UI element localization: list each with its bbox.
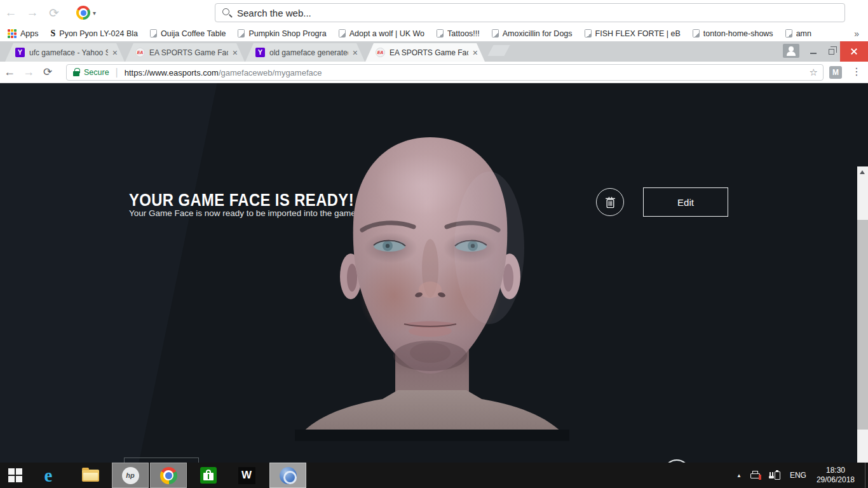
chrome-logo-core	[81, 10, 86, 16]
bookmark-item[interactable]: Pumpkin Shop Progra	[238, 29, 326, 38]
bookmark-item[interactable]: Adopt a wolf | UK Wo	[339, 29, 424, 38]
reload-button[interactable]: ⟳	[38, 65, 57, 79]
page-icon	[437, 29, 444, 37]
chrome-logo-icon[interactable]	[76, 6, 90, 20]
bookmark-label: Amoxicillin for Dogs	[503, 29, 573, 38]
bookmark-item[interactable]: S Pyon Pyon LY-024 Bla	[51, 29, 139, 39]
tray-expand-icon[interactable]: ▲	[736, 473, 742, 478]
bookmark-item[interactable]: amn	[785, 29, 811, 38]
bookmark-item[interactable]: Tattoos!!!	[437, 29, 480, 38]
page-icon	[492, 29, 499, 37]
clock[interactable]: 18:30 29/06/2018	[817, 466, 855, 485]
chrome-icon	[160, 467, 177, 484]
bookmark-item[interactable]: Amoxicillin for Dogs	[492, 29, 573, 38]
apps-grid-icon	[8, 29, 17, 38]
close-tab-icon[interactable]: ×	[111, 48, 119, 58]
date: 29/06/2018	[817, 475, 855, 484]
extension-m-icon[interactable]: M	[829, 66, 842, 79]
power-battery-icon[interactable]	[770, 470, 781, 480]
omnibox[interactable]: Secure | https://www.easports.com /gamef…	[66, 64, 824, 81]
omnibox-separator: |	[116, 67, 118, 78]
secure-label: Secure	[84, 68, 109, 77]
toolbar-forward-icon[interactable]: →	[22, 6, 43, 20]
new-tab-button[interactable]	[487, 45, 510, 56]
url-domain: https://www.easports.com	[125, 68, 219, 78]
edit-button[interactable]: Edit	[643, 187, 728, 217]
bookmark-item[interactable]: Ouija Coffee Table	[150, 29, 226, 38]
store-bag-icon	[200, 467, 217, 484]
printer-tray-icon[interactable]	[750, 471, 761, 480]
close-window-button[interactable]	[840, 41, 868, 62]
bookmark-star-icon[interactable]: ☆	[810, 67, 818, 78]
taskbar-chrome[interactable]	[150, 463, 187, 488]
search-toolbar: ← → ⟳ ▾	[0, 0, 868, 25]
w-app-icon: W	[238, 467, 255, 484]
close-icon	[850, 48, 858, 55]
tab-title: ufc gameface - Yahoo Se	[29, 48, 108, 57]
chromium-icon	[280, 467, 297, 484]
tab-title: EA SPORTS Game Face -	[390, 48, 468, 57]
search-icon	[222, 8, 229, 15]
start-button[interactable]	[0, 463, 31, 488]
windows-logo-icon	[8, 468, 22, 482]
apps-shortcut[interactable]: Apps	[8, 29, 39, 38]
back-button[interactable]: ←	[0, 65, 19, 79]
ea-favicon-icon: EA	[376, 48, 385, 57]
minimize-button[interactable]	[804, 41, 822, 62]
bookmark-item[interactable]: tonton-home-shows	[693, 29, 773, 38]
tab-ea-game-face-active[interactable]: EA EA SPORTS Game Face - ×	[365, 43, 485, 62]
tab-title: old gameface generated	[269, 48, 348, 57]
taskbar-file-explorer[interactable]	[74, 463, 107, 488]
bookmark-label: Adopt a wolf | UK Wo	[349, 29, 424, 38]
windows-taskbar: e hp W ▲ ENG 18:30 29/06/2018	[0, 463, 868, 488]
scrollbar-thumb[interactable]	[857, 220, 868, 430]
web-search-box[interactable]	[215, 3, 845, 22]
taskbar-microsoft-store[interactable]	[192, 463, 225, 488]
profile-avatar-icon[interactable]	[783, 44, 799, 58]
taskbar-hp-app[interactable]: hp	[112, 463, 149, 488]
delete-gameface-button[interactable]	[596, 188, 624, 216]
scroll-up-icon[interactable]	[860, 170, 865, 174]
lock-icon	[73, 71, 79, 76]
close-tab-icon[interactable]: ×	[351, 48, 360, 58]
bookmarks-bar: Apps S Pyon Pyon LY-024 Bla Ouija Coffee…	[0, 25, 868, 41]
tab-ufc-gameface[interactable]: Y ufc gameface - Yahoo Se ×	[5, 43, 125, 62]
taskbar-w-app[interactable]: W	[230, 463, 263, 488]
page-icon	[339, 29, 346, 37]
tab-ea-game-face-1[interactable]: EA EA SPORTS Game Face - ×	[125, 43, 245, 62]
tab-title: EA SPORTS Game Face -	[149, 48, 228, 57]
restore-icon	[829, 49, 834, 55]
page-icon	[150, 29, 157, 37]
toolbar-reload-icon[interactable]: ⟳	[43, 6, 65, 20]
page-icon	[785, 29, 792, 37]
tab-old-gameface[interactable]: Y old gameface generated ×	[245, 43, 365, 62]
taskbar-internet-explorer[interactable]: e	[33, 463, 64, 488]
close-tab-icon[interactable]: ×	[231, 48, 240, 58]
system-tray: ▲ ENG 18:30 29/06/2018	[736, 463, 868, 488]
bookmarks-overflow-icon[interactable]: »	[854, 29, 859, 39]
restore-button[interactable]	[822, 41, 840, 62]
toolbar-back-icon[interactable]: ←	[0, 6, 22, 20]
bookmark-label: amn	[796, 29, 811, 38]
ea-favicon-icon: EA	[135, 48, 145, 57]
browser-menu-icon[interactable]: ⋮	[851, 65, 862, 78]
page-scrollbar[interactable]	[857, 166, 868, 463]
language-indicator[interactable]: ENG	[790, 471, 806, 480]
folder-icon	[82, 470, 99, 482]
page-icon	[693, 29, 700, 37]
game-face-3d-render[interactable]	[286, 133, 578, 441]
forward-button[interactable]: →	[19, 65, 38, 79]
trash-icon	[605, 196, 616, 208]
bookmark-label: Tattoos!!!	[447, 29, 480, 38]
bookmark-item[interactable]: FISH FLEX FORTE | eB	[585, 29, 681, 38]
page-content: YOUR GAME FACE IS READY! Your Game Face …	[0, 83, 868, 463]
search-input[interactable]	[237, 8, 809, 18]
bookmark-label: FISH FLEX FORTE | eB	[595, 29, 681, 38]
taskbar-chromium-active[interactable]	[269, 463, 306, 488]
bookmark-label: tonton-home-shows	[703, 29, 773, 38]
chevron-down-icon[interactable]: ▾	[93, 10, 96, 17]
url-path: /gamefaceweb/mygameface	[219, 68, 322, 78]
minimize-icon	[810, 53, 817, 54]
close-tab-icon[interactable]: ×	[471, 48, 480, 58]
show-desktop-button[interactable]	[865, 463, 868, 488]
